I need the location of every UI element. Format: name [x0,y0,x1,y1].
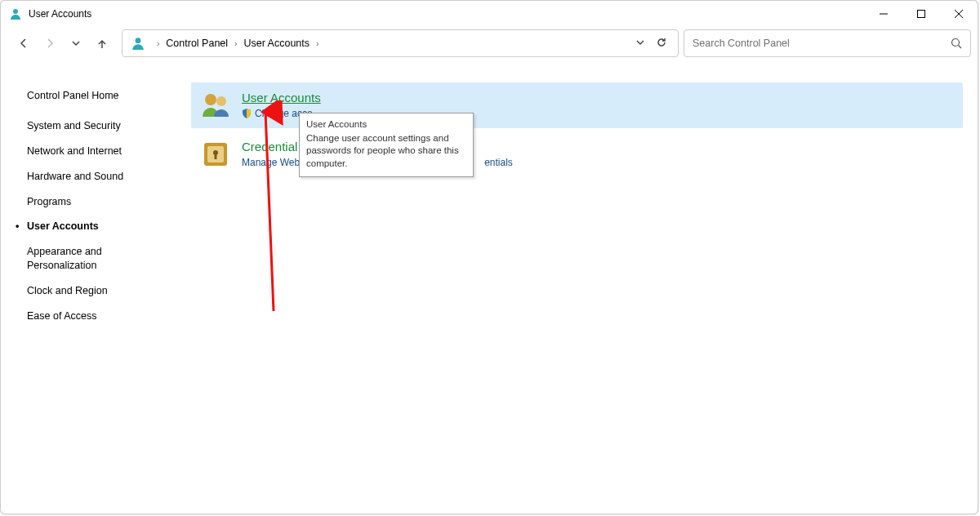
breadcrumb-root[interactable]: Control Panel [164,38,229,49]
sidebar: Control Panel Home System and Security N… [1,66,176,514]
chevron-right-icon[interactable]: › [152,39,164,48]
svg-line-8 [959,46,962,49]
chevron-right-icon[interactable]: › [311,39,323,48]
breadcrumb-current[interactable]: User Accounts [242,38,311,49]
sidebar-item-appearance[interactable]: Appearance and Personalization [27,245,158,273]
svg-point-6 [136,38,141,43]
tooltip-body: Change user account settings and passwor… [306,132,466,171]
svg-rect-14 [215,153,217,159]
address-box[interactable]: › Control Panel › User Accounts › [122,29,679,57]
refresh-button[interactable] [657,36,666,51]
recent-dropdown[interactable] [69,37,82,50]
sub-manage-windows-credentials[interactable]: entials [484,157,513,168]
window-controls [865,1,978,27]
title-bar: User Accounts [1,1,978,27]
user-accounts-app-icon [9,7,22,20]
up-button[interactable] [96,37,109,50]
minimize-button[interactable] [865,1,902,27]
window-title: User Accounts [29,8,91,20]
tooltip: User Accounts Change user account settin… [299,113,474,177]
close-button[interactable] [940,1,978,27]
sidebar-item-hardware-sound[interactable]: Hardware and Sound [27,170,158,184]
sidebar-item-clock-region[interactable]: Clock and Region [27,284,158,298]
search-input[interactable] [693,38,951,49]
main-panel: User Accounts Change acco [176,66,978,514]
address-dropdown[interactable] [635,36,645,51]
window-frame: User Accounts › Control Panel › User Acc… [0,0,978,514]
svg-rect-2 [918,11,925,18]
address-bar-row: › Control Panel › User Accounts › [1,27,978,60]
maximize-button[interactable] [902,1,940,27]
sub-label-right: entials [484,157,513,168]
credential-manager-icon [199,138,232,171]
sidebar-item-system-security[interactable]: System and Security [27,119,158,133]
content-area: Control Panel Home System and Security N… [1,66,978,514]
user-accounts-category-icon [199,89,232,122]
sidebar-item-home[interactable]: Control Panel Home [27,89,158,103]
forward-button[interactable] [43,37,56,50]
svg-point-10 [216,96,226,106]
search-box[interactable] [684,29,971,57]
svg-point-9 [205,94,216,105]
search-icon[interactable] [951,38,962,49]
sidebar-item-user-accounts[interactable]: User Accounts [27,220,158,234]
shield-icon [242,109,252,118]
back-button[interactable] [17,37,30,50]
category-title[interactable]: User Accounts [242,91,321,105]
sidebar-item-programs[interactable]: Programs [27,195,158,209]
sidebar-item-ease-of-access[interactable]: Ease of Access [27,309,158,323]
chevron-right-icon[interactable]: › [229,39,242,48]
svg-point-7 [952,39,960,47]
svg-point-0 [13,9,18,14]
nav-buttons [7,37,117,50]
sidebar-item-network-internet[interactable]: Network and Internet [27,145,158,158]
tooltip-title: User Accounts [306,118,466,131]
user-icon [131,36,145,51]
